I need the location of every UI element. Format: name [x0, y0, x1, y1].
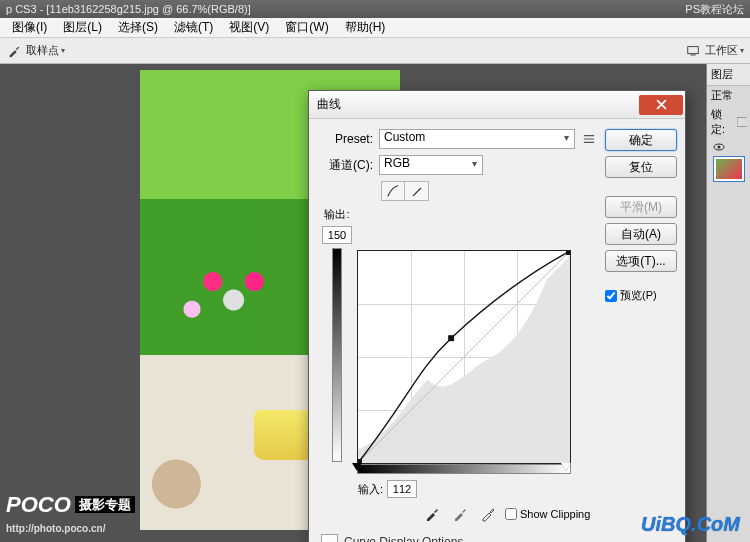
- cancel-button[interactable]: 复位: [605, 156, 677, 178]
- title-right: PS教程论坛: [685, 2, 744, 17]
- show-clipping-input[interactable]: [505, 508, 517, 520]
- layers-panel: 图层 正常 锁定:: [706, 64, 750, 542]
- svg-line-5: [358, 251, 570, 463]
- curve-control-point[interactable]: [448, 335, 454, 341]
- options-bar: 取样点 工作区: [0, 38, 750, 64]
- layers-tab[interactable]: 图层: [707, 64, 750, 86]
- curve-point-tool-icon[interactable]: [381, 181, 405, 201]
- show-clipping-checkbox[interactable]: Show Clipping: [505, 508, 590, 520]
- poco-cn: 摄影专题: [75, 496, 135, 513]
- canvas-image-detail: [254, 410, 314, 460]
- input-label: 输入:: [357, 482, 383, 497]
- preset-menu-icon[interactable]: [581, 131, 597, 147]
- output-value-field[interactable]: [322, 226, 352, 244]
- svg-point-4: [718, 146, 721, 149]
- white-eyedropper-icon[interactable]: [477, 504, 499, 524]
- svg-rect-1: [690, 54, 695, 55]
- curve-edit-tools: [381, 181, 429, 201]
- svg-rect-2: [737, 117, 746, 126]
- poco-brand: POCO: [6, 492, 71, 517]
- blend-mode-dropdown[interactable]: 正常: [707, 86, 750, 105]
- black-eyedropper-icon[interactable]: [421, 504, 443, 524]
- options-button[interactable]: 选项(T)...: [605, 250, 677, 272]
- preview-input[interactable]: [605, 290, 617, 302]
- menu-filter[interactable]: 滤镜(T): [166, 17, 221, 38]
- preview-checkbox[interactable]: 预览(P): [605, 288, 677, 303]
- eyedropper-tool-icon[interactable]: [6, 43, 22, 59]
- screen-mode-icon[interactable]: [685, 43, 701, 59]
- preview-label: 预览(P): [620, 288, 657, 303]
- app-titlebar: p CS3 - [11eb3162258g215.jpg @ 66.7%(RGB…: [0, 0, 750, 18]
- lock-pixels-icon[interactable]: [737, 117, 746, 127]
- sample-point-dropdown[interactable]: 取样点: [26, 43, 65, 58]
- input-value-field[interactable]: [387, 480, 417, 498]
- white-point-slider[interactable]: [561, 463, 571, 471]
- channel-label: 通道(C):: [321, 157, 373, 174]
- output-gradient-strip: [332, 248, 342, 462]
- input-gradient-strip: [357, 464, 571, 474]
- curve-draw-tool-icon[interactable]: [405, 181, 429, 201]
- lock-label: 锁定:: [711, 107, 735, 137]
- preset-select[interactable]: Custom: [379, 129, 575, 149]
- menu-view[interactable]: 视图(V): [221, 17, 277, 38]
- channel-select[interactable]: RGB: [379, 155, 483, 175]
- dialog-title-text: 曲线: [317, 96, 341, 113]
- display-options-expander[interactable]: ⌄ Curve Display Options: [321, 534, 597, 542]
- show-clipping-label: Show Clipping: [520, 508, 590, 520]
- curve-grid[interactable]: [357, 250, 571, 464]
- black-point-slider[interactable]: [352, 463, 362, 471]
- smooth-button: 平滑(M): [605, 196, 677, 218]
- dialog-titlebar[interactable]: 曲线: [309, 91, 685, 119]
- menu-image[interactable]: 图像(I): [4, 17, 55, 38]
- uibq-watermark: UiBQ.CoM: [641, 513, 740, 536]
- title-text: p CS3 - [11eb3162258g215.jpg @ 66.7%(RGB…: [6, 3, 251, 15]
- gray-eyedropper-icon[interactable]: [449, 504, 471, 524]
- menu-select[interactable]: 选择(S): [110, 17, 166, 38]
- menu-help[interactable]: 帮助(H): [337, 17, 394, 38]
- poco-watermark: POCO 摄影专题 http://photo.poco.cn/: [6, 492, 135, 536]
- lock-row: 锁定:: [707, 105, 750, 139]
- svg-rect-7: [566, 251, 570, 255]
- output-label: 输出:: [324, 207, 349, 222]
- forum-label: PS教程论坛: [685, 3, 744, 15]
- ok-button[interactable]: 确定: [605, 129, 677, 151]
- preset-label: Preset:: [321, 132, 373, 146]
- visibility-eye-icon[interactable]: [713, 141, 725, 153]
- poco-url: http://photo.poco.cn/: [6, 523, 105, 534]
- svg-rect-0: [688, 46, 699, 53]
- curves-dialog: 曲线 Preset: Custom 通道(C): RGB: [308, 90, 686, 542]
- menu-window[interactable]: 窗口(W): [277, 17, 336, 38]
- menubar: 图像(I) 图层(L) 选择(S) 滤镜(T) 视图(V) 窗口(W) 帮助(H…: [0, 18, 750, 38]
- close-button[interactable]: [639, 95, 683, 115]
- auto-button[interactable]: 自动(A): [605, 223, 677, 245]
- curve-line[interactable]: [358, 251, 570, 463]
- close-icon: [656, 99, 667, 110]
- layer-row[interactable]: [707, 139, 750, 155]
- menu-layer[interactable]: 图层(L): [55, 17, 110, 38]
- workspace-dropdown[interactable]: 工作区: [705, 43, 744, 58]
- layer-thumbnail[interactable]: [714, 157, 744, 181]
- expander-label: Curve Display Options: [344, 535, 463, 542]
- chevron-down-icon[interactable]: ⌄: [321, 534, 338, 542]
- curve-chart: 输出:: [321, 207, 597, 476]
